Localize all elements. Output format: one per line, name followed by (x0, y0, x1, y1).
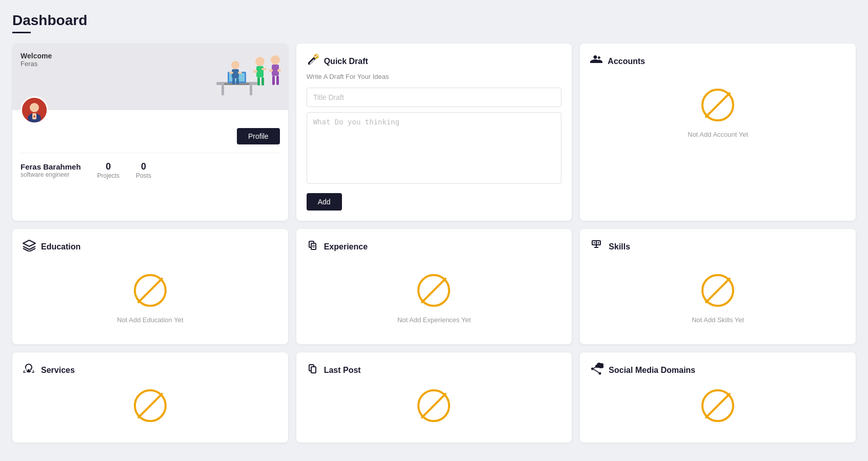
services-card: Services (12, 352, 288, 443)
welcome-card: Welcome Feras (12, 44, 288, 221)
services-empty-state (23, 382, 278, 432)
svg-point-35 (598, 242, 599, 244)
experience-empty-label: Not Add Experiences Yet (397, 316, 471, 324)
experience-empty-icon (417, 274, 450, 307)
profile-button[interactable]: Profile (237, 128, 280, 144)
svg-line-39 (594, 369, 599, 373)
last-post-empty-state (307, 382, 562, 432)
accounts-header: Accounts (590, 54, 845, 69)
add-draft-button[interactable]: Add (307, 193, 342, 211)
svg-rect-22 (272, 76, 275, 85)
svg-rect-15 (261, 68, 267, 70)
svg-point-18 (271, 55, 280, 65)
services-empty-icon (134, 389, 167, 422)
social-media-empty-icon (701, 389, 734, 422)
social-media-empty-state (590, 382, 845, 432)
accounts-card: Accounts Not Add Account Yet (580, 44, 856, 221)
accounts-empty-icon (701, 89, 734, 121)
dashboard-grid: Welcome Feras (12, 44, 856, 443)
user-stats: Feras Barahmeh software engineer 0 Proje… (21, 153, 280, 179)
avatar (21, 96, 48, 124)
projects-stat: 0 Projects (97, 161, 119, 179)
services-header: Services (23, 363, 278, 378)
accounts-title: Accounts (608, 57, 645, 66)
posts-label: Posts (136, 172, 151, 179)
education-card: Education Not Add Education Yet (12, 229, 288, 344)
svg-rect-31 (311, 243, 316, 249)
services-icon (23, 363, 36, 378)
welcome-text: Welcome Feras (21, 52, 52, 68)
draft-title-input[interactable] (307, 88, 562, 107)
last-post-icon (307, 363, 319, 378)
svg-point-6 (231, 61, 239, 69)
accounts-empty-state: Not Add Account Yet (590, 73, 845, 149)
quick-draft-header: Quick Draft (307, 54, 562, 69)
skills-empty-icon (701, 274, 734, 307)
svg-rect-23 (276, 76, 279, 85)
svg-point-34 (594, 242, 595, 244)
experience-empty-state: Not Add Experiences Yet (307, 259, 562, 334)
svg-rect-7 (232, 69, 239, 78)
svg-rect-9 (238, 72, 242, 74)
experience-icon (307, 239, 319, 255)
svg-rect-16 (257, 77, 260, 86)
svg-rect-21 (277, 69, 281, 72)
draft-body-textarea[interactable] (307, 112, 562, 184)
last-post-header: Last Post (307, 363, 562, 378)
projects-label: Projects (97, 172, 119, 179)
social-media-header: Social Media Domains (590, 363, 845, 378)
svg-rect-2 (250, 85, 252, 95)
services-title: Services (41, 366, 75, 375)
svg-rect-8 (229, 72, 233, 74)
education-empty-icon (134, 274, 167, 307)
user-full-name: Feras Barahmeh (21, 162, 81, 171)
quick-draft-icon (307, 54, 319, 69)
user-name-role: Feras Barahmeh software engineer (21, 162, 81, 178)
title-underline (12, 32, 31, 33)
posts-count: 0 (136, 161, 151, 172)
education-empty-state: Not Add Education Yet (23, 259, 278, 334)
quick-draft-card: Quick Draft Write A Draft For Your Ideas… (296, 44, 572, 221)
skills-icon (590, 239, 603, 255)
projects-count: 0 (97, 161, 119, 172)
skills-title: Skills (609, 242, 630, 252)
experience-header: Experience (307, 239, 562, 255)
welcome-greeting: Welcome (21, 52, 52, 60)
svg-rect-10 (232, 78, 235, 85)
social-media-title: Social Media Domains (609, 366, 695, 375)
accounts-icon (590, 54, 602, 69)
svg-rect-20 (269, 69, 273, 72)
svg-rect-1 (221, 85, 224, 95)
welcome-username: Feras (21, 60, 52, 68)
experience-card: Experience Not Add Experiences Yet (296, 229, 572, 344)
accounts-empty-label: Not Add Account Yet (688, 131, 748, 138)
education-title: Education (41, 242, 80, 252)
education-header: Education (23, 239, 278, 255)
experience-title: Experience (324, 242, 368, 252)
last-post-card: Last Post (296, 352, 572, 443)
social-media-icon (590, 363, 603, 378)
education-icon (23, 239, 36, 255)
svg-rect-14 (253, 70, 257, 73)
user-role: software engineer (21, 171, 81, 178)
svg-rect-13 (256, 66, 264, 77)
last-post-title: Last Post (324, 366, 361, 375)
svg-point-25 (30, 103, 39, 112)
skills-empty-label: Not Add Skills Yet (692, 316, 744, 324)
svg-rect-37 (311, 367, 316, 373)
posts-stat: 0 Posts (136, 161, 151, 179)
skills-card: Skills Not Add Skills Yet (580, 229, 856, 344)
skills-empty-state: Not Add Skills Yet (590, 259, 845, 334)
svg-rect-17 (261, 77, 264, 86)
page-title: Dashboard (12, 12, 856, 29)
skills-header: Skills (590, 239, 845, 255)
svg-rect-11 (236, 78, 239, 85)
svg-point-12 (255, 57, 265, 66)
welcome-body: Profile Feras Barahmeh software engineer… (12, 96, 288, 187)
profile-btn-row: Profile (21, 128, 280, 144)
quick-draft-subtitle: Write A Draft For Your Ideas (307, 73, 562, 80)
last-post-empty-icon (417, 389, 450, 422)
social-media-card: Social Media Domains (580, 352, 856, 443)
quick-draft-title: Quick Draft (324, 57, 368, 66)
education-empty-label: Not Add Education Yet (117, 316, 183, 324)
